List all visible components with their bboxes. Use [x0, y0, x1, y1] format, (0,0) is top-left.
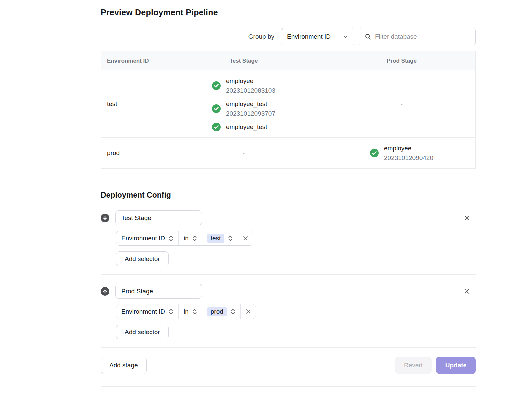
deployment-entry: employee 20231012090420: [370, 143, 433, 163]
divider: [101, 274, 476, 275]
selector-value-dropdown[interactable]: prod: [202, 304, 240, 319]
table-row-prod: prod - employee 20231012090420: [101, 137, 475, 168]
add-selector-button[interactable]: Add selector: [116, 325, 169, 339]
stage-config-test: [101, 210, 476, 225]
group-by-select[interactable]: Environment ID: [281, 28, 354, 45]
deployment-config-title: Deployment Config: [101, 191, 476, 200]
deployment-entry: employee_test: [212, 122, 267, 132]
remove-stage-button[interactable]: [462, 213, 471, 223]
deployment-entry: employee_test 20231012093707: [212, 99, 275, 118]
selector-row: Environment ID in test: [116, 231, 253, 246]
test-stage-cell: employee 20231012083103 employee_test 20…: [160, 70, 328, 137]
unfold-chevrons-icon: [231, 308, 235, 315]
arrow-down-circle-icon: [101, 214, 109, 222]
prod-stage-empty-cell: -: [328, 70, 475, 137]
stage-name-input[interactable]: [115, 284, 202, 299]
column-header-test-stage: Test Stage: [160, 51, 328, 70]
close-icon: [242, 235, 249, 241]
remove-stage-button[interactable]: [462, 287, 471, 296]
check-circle-icon: [212, 104, 221, 113]
deployment-entry-list: employee 20231012083103 employee_test 20…: [212, 76, 275, 132]
search-icon: [365, 33, 371, 40]
actions-right-group: Revert Update: [395, 357, 476, 374]
group-by-label: Group by: [248, 33, 274, 40]
group-by-selected-value: Environment ID: [287, 33, 331, 40]
selector-operator-value: in: [184, 308, 189, 315]
check-circle-icon: [212, 123, 221, 131]
selector-value-dropdown[interactable]: test: [202, 231, 238, 245]
unfold-chevrons-icon: [192, 308, 197, 315]
selector-key-dropdown[interactable]: Environment ID: [116, 231, 178, 245]
selector-operator-value: in: [184, 235, 189, 242]
deployment-pipeline-page: Preview Deployment Pipeline Group by Env…: [101, 0, 476, 387]
filter-database-search[interactable]: [359, 28, 476, 45]
deployment-entry: employee 20231012083103: [212, 76, 275, 95]
env-id-cell: prod: [101, 138, 160, 168]
selector-row: Environment ID in prod: [116, 304, 256, 319]
arrow-up-circle-icon: [101, 287, 109, 296]
search-input[interactable]: [375, 33, 470, 40]
check-circle-icon: [370, 149, 379, 157]
column-header-environment-id: Environment ID: [101, 51, 160, 70]
config-actions: Add stage Revert Update: [101, 357, 476, 374]
database-version: 20231012090420: [384, 153, 433, 163]
database-name: employee: [384, 143, 433, 153]
unfold-chevrons-icon: [169, 235, 173, 242]
selector-key-value: Environment ID: [121, 308, 165, 315]
table-row-test: test employee 20231012083103: [101, 70, 475, 137]
column-header-prod-stage: Prod Stage: [328, 51, 475, 70]
update-button[interactable]: Update: [436, 357, 476, 374]
pipeline-table: Environment ID Test Stage Prod Stage tes…: [101, 51, 476, 169]
test-stage-empty-cell: -: [160, 138, 328, 168]
selector-key-value: Environment ID: [121, 235, 165, 242]
close-icon: [245, 308, 251, 315]
table-header-row: Environment ID Test Stage Prod Stage: [101, 51, 475, 70]
stage-name-input[interactable]: [115, 210, 202, 225]
database-version: 20231012093707: [226, 109, 275, 118]
close-icon: [464, 215, 470, 221]
unfold-chevrons-icon: [192, 235, 197, 242]
divider: [101, 347, 476, 348]
database-info: employee 20231012090420: [384, 143, 433, 163]
database-info: employee_test: [226, 122, 267, 132]
stage-config-prod: [101, 284, 476, 299]
selector-operator-dropdown[interactable]: in: [178, 304, 202, 319]
selector-value-chip: prod: [207, 307, 227, 316]
selector-value-chip: test: [207, 234, 225, 243]
remove-selector-button[interactable]: [238, 231, 253, 245]
divider: [101, 386, 476, 387]
revert-button[interactable]: Revert: [395, 357, 432, 374]
unfold-chevrons-icon: [228, 235, 233, 242]
prod-stage-cell: employee 20231012090420: [328, 138, 475, 168]
close-icon: [464, 288, 470, 295]
database-name: employee_test: [226, 99, 275, 109]
env-id-cell: test: [101, 70, 160, 137]
database-info: employee_test 20231012093707: [226, 99, 275, 118]
chevron-down-icon: [343, 34, 348, 40]
table-toolbar: Group by Environment ID: [101, 28, 476, 45]
database-name: employee_test: [226, 122, 267, 132]
database-version: 20231012083103: [226, 86, 275, 95]
database-name: employee: [226, 76, 275, 86]
selector-operator-dropdown[interactable]: in: [178, 231, 202, 245]
unfold-chevrons-icon: [169, 308, 173, 315]
check-circle-icon: [212, 81, 221, 90]
add-selector-button[interactable]: Add selector: [116, 251, 169, 266]
remove-selector-button[interactable]: [240, 304, 256, 319]
add-stage-button[interactable]: Add stage: [101, 357, 147, 374]
database-info: employee 20231012083103: [226, 76, 275, 95]
selector-key-dropdown[interactable]: Environment ID: [116, 304, 178, 319]
page-title: Preview Deployment Pipeline: [101, 0, 476, 17]
